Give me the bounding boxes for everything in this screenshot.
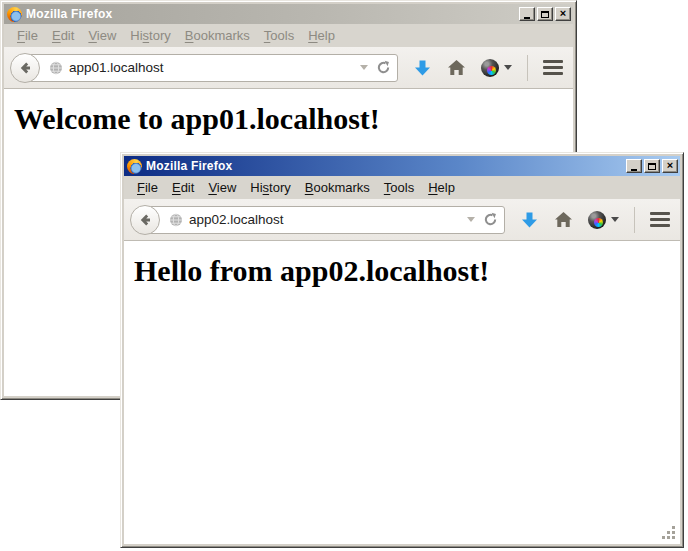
back-button[interactable] — [130, 205, 160, 235]
home-icon — [554, 211, 573, 228]
minimize-button[interactable] — [519, 7, 535, 21]
reload-button[interactable] — [483, 212, 498, 227]
menu-help[interactable]: Help — [301, 26, 342, 45]
download-icon — [520, 211, 539, 229]
maximize-icon — [541, 11, 549, 18]
url-text[interactable]: app02.localhost — [189, 212, 461, 227]
menu-file[interactable]: File — [130, 178, 165, 197]
colorwheel-addon-button[interactable] — [481, 59, 512, 77]
toolbar-separator — [634, 207, 635, 233]
maximize-button[interactable] — [537, 7, 553, 21]
browser-window-app02: Mozilla Firefox × File Edit View History… — [120, 152, 684, 548]
reload-button[interactable] — [376, 60, 391, 75]
menu-button[interactable] — [650, 212, 670, 227]
menu-view[interactable]: View — [201, 178, 243, 197]
titlebar[interactable]: Mozilla Firefox × — [4, 4, 573, 24]
minimize-button[interactable] — [626, 159, 642, 173]
globe-icon — [169, 213, 183, 227]
resize-grip[interactable] — [672, 536, 675, 539]
window-controls: × — [626, 159, 678, 173]
menu-bar: File Edit View History Bookmarks Tools H… — [124, 176, 680, 199]
menu-edit[interactable]: Edit — [165, 178, 201, 197]
menu-button[interactable] — [543, 60, 563, 75]
menu-history[interactable]: History — [123, 26, 177, 45]
close-button[interactable]: × — [662, 159, 678, 173]
menu-view[interactable]: View — [81, 26, 123, 45]
menu-tools[interactable]: Tools — [257, 26, 301, 45]
menu-bar: File Edit View History Bookmarks Tools H… — [4, 24, 573, 47]
page-content: Hello from app02.localhost! — [124, 241, 680, 544]
page-heading: Hello from app02.localhost! — [134, 254, 680, 288]
download-button[interactable] — [413, 59, 432, 77]
url-bar[interactable]: app02.localhost — [144, 206, 505, 234]
close-button[interactable]: × — [555, 7, 571, 21]
hamburger-icon — [543, 60, 563, 75]
window-title: Mozilla Firefox — [26, 7, 515, 21]
toolbar-separator — [527, 55, 528, 81]
download-button[interactable] — [520, 211, 539, 229]
close-icon: × — [560, 8, 566, 19]
hamburger-icon — [650, 212, 670, 227]
close-icon: × — [667, 160, 673, 171]
back-arrow-icon — [137, 212, 153, 228]
reload-icon — [483, 212, 498, 227]
menu-edit[interactable]: Edit — [45, 26, 81, 45]
home-icon — [447, 59, 466, 76]
maximize-icon — [648, 163, 656, 170]
titlebar[interactable]: Mozilla Firefox × — [124, 156, 680, 176]
chevron-down-icon — [611, 217, 619, 222]
window-title: Mozilla Firefox — [146, 159, 622, 173]
url-text[interactable]: app01.localhost — [69, 60, 354, 75]
reload-icon — [376, 60, 391, 75]
colorwheel-icon — [481, 59, 499, 77]
colorwheel-addon-button[interactable] — [588, 211, 619, 229]
menu-history[interactable]: History — [243, 178, 297, 197]
urlbar-dropdown-icon[interactable] — [467, 217, 475, 222]
navigation-toolbar: app01.localhost — [4, 47, 573, 89]
menu-bookmarks[interactable]: Bookmarks — [298, 178, 377, 197]
chevron-down-icon — [504, 65, 512, 70]
back-arrow-icon — [17, 60, 33, 76]
minimize-icon — [524, 17, 530, 19]
home-button[interactable] — [447, 59, 466, 76]
globe-icon — [49, 61, 63, 75]
firefox-logo-icon — [7, 7, 22, 22]
url-bar[interactable]: app01.localhost — [24, 54, 398, 82]
back-button[interactable] — [10, 53, 40, 83]
home-button[interactable] — [554, 211, 573, 228]
navigation-toolbar: app02.localhost — [124, 199, 680, 241]
maximize-button[interactable] — [644, 159, 660, 173]
menu-tools[interactable]: Tools — [377, 178, 421, 197]
window-controls: × — [519, 7, 571, 21]
download-icon — [413, 59, 432, 77]
menu-file[interactable]: File — [10, 26, 45, 45]
firefox-logo-icon — [127, 159, 142, 174]
page-heading: Welcome to app01.localhost! — [14, 102, 573, 136]
urlbar-dropdown-icon[interactable] — [360, 65, 368, 70]
colorwheel-icon — [588, 211, 606, 229]
menu-bookmarks[interactable]: Bookmarks — [178, 26, 257, 45]
minimize-icon — [631, 169, 637, 171]
menu-help[interactable]: Help — [421, 178, 462, 197]
